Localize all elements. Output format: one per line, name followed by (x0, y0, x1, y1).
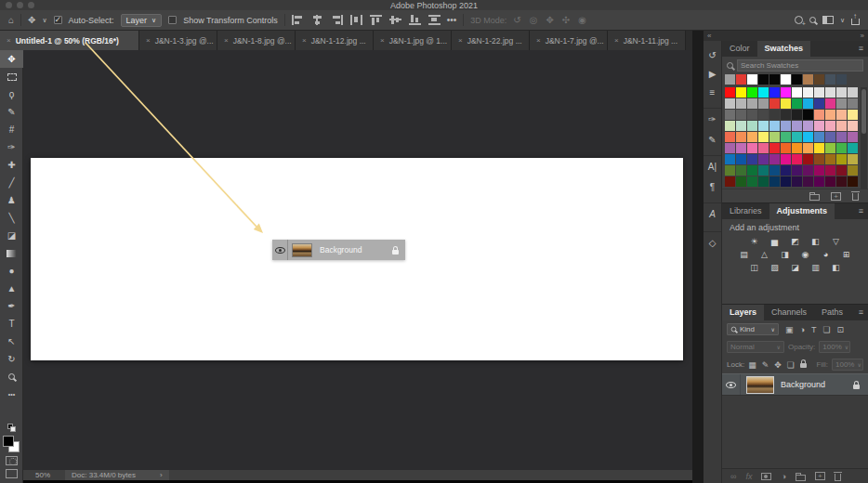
swatch[interactable] (781, 143, 791, 153)
3d-panel-icon[interactable]: ◇ (704, 231, 721, 254)
swatch[interactable] (758, 132, 769, 142)
document-tab[interactable]: ×J&N-1-12.jpg ... (296, 31, 374, 50)
posterize-adjustment-icon[interactable]: ▨ (768, 262, 782, 273)
swatch[interactable] (814, 110, 824, 120)
close-tab-icon[interactable]: × (224, 36, 229, 45)
panel-menu-icon[interactable]: ≡ (859, 305, 868, 320)
properties-panel-icon[interactable]: ≡ (704, 83, 721, 101)
close-tab-icon[interactable]: × (146, 36, 151, 45)
swatch[interactable] (725, 165, 735, 176)
filter-pixel-layers-icon[interactable]: ▣ (785, 325, 794, 334)
tab-color[interactable]: Color (722, 41, 757, 57)
document-tab[interactable]: ×J&N-1-11.jpg ... (608, 31, 686, 50)
swatch[interactable] (792, 154, 802, 164)
swatch[interactable] (803, 98, 813, 109)
align-bottom-edges-icon[interactable] (409, 15, 421, 25)
new-swatch-button[interactable] (831, 192, 841, 201)
swatch[interactable] (803, 143, 813, 153)
type-tool[interactable]: T (0, 315, 23, 333)
swatch[interactable] (747, 165, 757, 176)
panel-menu-icon[interactable]: ≡ (859, 203, 868, 219)
align-left-edges-icon[interactable] (292, 15, 304, 25)
swatch[interactable] (725, 98, 735, 109)
swatch[interactable] (848, 98, 858, 109)
new-layer-button[interactable] (815, 472, 825, 480)
brush-settings-panel-icon[interactable]: ✑ (704, 108, 721, 130)
swatch[interactable] (747, 132, 757, 142)
clone-stamp-tool[interactable]: ♟ (0, 191, 23, 209)
swatch[interactable] (769, 132, 780, 142)
spot-healing-tool[interactable]: ✚ (0, 156, 23, 174)
rotate-view-tool[interactable]: ↻ (0, 350, 23, 368)
swatch[interactable] (725, 121, 735, 131)
swatch[interactable] (781, 98, 791, 109)
swatch[interactable] (769, 87, 780, 98)
swatch[interactable] (814, 165, 824, 176)
3d-orbit-icon[interactable]: ↺ (513, 15, 520, 25)
swatch[interactable] (725, 110, 735, 120)
hue-saturation-adjustment-icon[interactable]: ▤ (737, 249, 751, 260)
move-tool-preset-icon[interactable]: ✥ (28, 15, 35, 25)
swatch[interactable] (825, 143, 835, 153)
close-tab-icon[interactable]: × (536, 36, 541, 45)
zoom-tool[interactable] (0, 368, 23, 385)
swatch[interactable] (747, 176, 757, 187)
search-icon[interactable] (809, 17, 816, 23)
recent-swatch[interactable] (725, 74, 735, 85)
swatch[interactable] (792, 87, 802, 98)
swatch[interactable] (769, 110, 780, 120)
actions-panel-icon[interactable]: ▶ (704, 64, 721, 83)
swatch[interactable] (825, 165, 835, 176)
swatch[interactable] (736, 121, 746, 131)
swatch[interactable] (792, 98, 802, 109)
swatch[interactable] (836, 87, 847, 98)
swatch[interactable] (725, 176, 735, 187)
status-popup-chevron-icon[interactable]: › (160, 471, 163, 479)
add-layer-mask-button[interactable] (761, 473, 771, 480)
swatch[interactable] (758, 87, 769, 98)
swatch[interactable] (747, 121, 757, 131)
swatch[interactable] (836, 143, 847, 153)
swatch[interactable] (848, 165, 858, 176)
more-options-icon[interactable]: ••• (447, 15, 457, 25)
color-balance-adjustment-icon[interactable]: △ (757, 249, 771, 260)
layer-visibility-toggle[interactable] (722, 374, 741, 395)
filter-type-layers-icon[interactable]: T (811, 325, 817, 334)
swatch[interactable] (848, 110, 858, 120)
doc-info-field[interactable]: Doc: 33.4M/0 bytes› (65, 470, 169, 480)
swatch[interactable] (781, 110, 791, 120)
swatch[interactable] (814, 121, 824, 131)
swatch[interactable] (825, 176, 835, 187)
3d-camera-icon[interactable]: ◉ (578, 15, 586, 25)
filter-smart-objects-icon[interactable]: ⊡ (837, 325, 845, 334)
document-tab[interactable]: ×J&N-1-3.jpg @... (139, 31, 217, 50)
blend-mode-dropdown[interactable]: Normal∨ (727, 341, 784, 353)
swatch[interactable] (736, 87, 746, 98)
pen-tool[interactable]: ✒ (0, 297, 23, 315)
swatch[interactable] (792, 165, 802, 176)
eyedropper-tool[interactable]: ✑ (0, 138, 23, 156)
workspace-icon[interactable] (822, 16, 834, 24)
recent-swatch[interactable] (836, 74, 847, 85)
swatch[interactable] (769, 143, 780, 153)
swatch[interactable] (736, 132, 746, 142)
character-panel-icon[interactable]: A| (704, 155, 721, 177)
swatch[interactable] (781, 132, 791, 142)
link-layers-button[interactable]: ∞ (730, 472, 736, 481)
swatch[interactable] (769, 98, 780, 109)
marquee-tool[interactable] (0, 68, 23, 85)
close-tab-icon[interactable]: × (7, 36, 11, 45)
eraser-tool[interactable]: ◪ (0, 227, 23, 244)
layer-effects-button[interactable]: fx (745, 472, 752, 481)
swatch[interactable] (836, 110, 847, 120)
swatch[interactable] (736, 165, 746, 176)
lock-all-icon[interactable] (800, 363, 807, 368)
new-group-button[interactable] (796, 475, 806, 481)
swatch[interactable] (725, 132, 735, 142)
recent-swatch[interactable] (792, 74, 802, 85)
share-icon[interactable] (851, 19, 860, 25)
lock-transparent-pixels-icon[interactable]: ▦ (748, 360, 756, 370)
exposure-adjustment-icon[interactable]: ◧ (809, 236, 822, 247)
fill-field[interactable]: 100%∨ (832, 359, 863, 371)
new-swatch-group-button[interactable] (809, 194, 820, 201)
